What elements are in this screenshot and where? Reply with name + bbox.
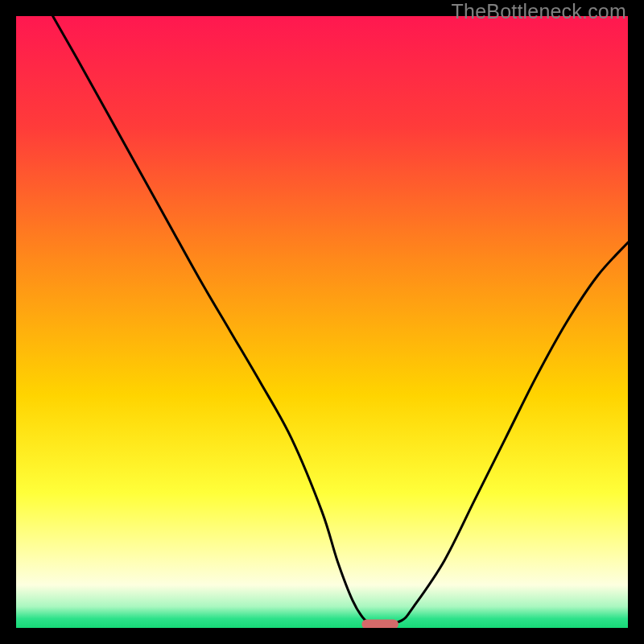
bottleneck-chart (16, 16, 628, 628)
chart-frame (16, 16, 628, 628)
watermark-text: TheBottleneck.com (452, 0, 626, 23)
gradient-background (16, 16, 628, 628)
optimal-marker (361, 619, 398, 628)
